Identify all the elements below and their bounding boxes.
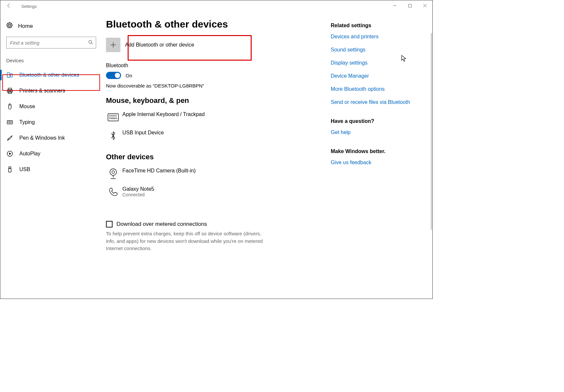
svg-rect-5 xyxy=(10,74,12,77)
svg-point-16 xyxy=(112,171,115,173)
keyboard-icon xyxy=(6,119,13,126)
link-send-receive-files[interactable]: Send or receive files via Bluetooth xyxy=(331,99,426,105)
svg-point-15 xyxy=(110,169,116,175)
aside: Related settings Devices and printers So… xyxy=(331,12,432,299)
svg-rect-10 xyxy=(7,121,12,124)
search-container xyxy=(6,37,96,49)
svg-rect-14 xyxy=(108,114,118,121)
link-display-settings[interactable]: Display settings xyxy=(331,60,426,66)
usb-icon xyxy=(6,166,13,173)
bluetooth-devices-icon xyxy=(6,71,13,79)
metered-description: To help prevent extra charges, keep this… xyxy=(106,230,263,252)
home-label: Home xyxy=(18,23,33,29)
sidebar-item-label: USB xyxy=(19,167,30,172)
discoverable-text: Now discoverable as “DESKTOP-LG8RBPN” xyxy=(106,83,321,88)
device-name: FaceTime HD Camera (Built-in) xyxy=(122,168,196,174)
sidebar-item-mouse[interactable]: Mouse xyxy=(0,99,102,114)
sidebar-item-printers[interactable]: Printers & scanners xyxy=(0,83,102,99)
feedback-heading: Make Windows better. xyxy=(331,148,426,154)
sidebar-home[interactable]: Home xyxy=(0,20,102,37)
page-title: Bluetooth & other devices xyxy=(106,19,321,30)
device-row[interactable]: Apple Internal Keyboard / Trackpad xyxy=(106,108,321,127)
keyboard-device-icon xyxy=(106,111,120,123)
bluetooth-toggle[interactable] xyxy=(106,72,121,79)
bluetooth-toggle-row: On xyxy=(106,72,321,79)
sidebar-item-label: Typing xyxy=(19,119,35,125)
bluetooth-section-label: Bluetooth xyxy=(106,63,321,69)
scrollbar[interactable] xyxy=(431,33,432,230)
sidebar: Home Devices Bluetooth & other devices P… xyxy=(0,12,102,299)
link-devices-printers[interactable]: Devices and printers xyxy=(331,34,426,40)
link-get-help[interactable]: Get help xyxy=(331,129,426,135)
phone-icon xyxy=(106,186,120,198)
sidebar-section-label: Devices xyxy=(0,58,102,67)
metered-checkbox-row: Download over metered connections xyxy=(106,221,321,227)
link-sound-settings[interactable]: Sound settings xyxy=(331,47,426,53)
metered-label: Download over metered connections xyxy=(116,221,207,227)
autoplay-icon xyxy=(6,150,13,157)
sidebar-item-label: Mouse xyxy=(19,104,35,109)
camera-icon xyxy=(106,168,120,180)
close-button[interactable] xyxy=(417,0,432,11)
other-devices-heading: Other devices xyxy=(106,153,321,161)
sidebar-item-pen[interactable]: Pen & Windows Ink xyxy=(0,130,102,146)
titlebar: Settings xyxy=(0,0,432,12)
sidebar-item-label: AutoPlay xyxy=(19,151,40,157)
mouse-icon xyxy=(6,103,13,110)
device-name: Galaxy Note5 xyxy=(122,186,154,192)
sidebar-item-label: Printers & scanners xyxy=(19,88,65,94)
window-title: Settings xyxy=(21,4,37,9)
sidebar-item-label: Pen & Windows Ink xyxy=(19,135,65,141)
related-heading: Related settings xyxy=(331,23,426,29)
svg-rect-8 xyxy=(8,91,11,93)
svg-point-2 xyxy=(9,24,10,26)
sidebar-item-typing[interactable]: Typing xyxy=(0,114,102,130)
mouse-keyboard-heading: Mouse, keyboard, & pen xyxy=(106,96,321,105)
search-icon xyxy=(88,40,93,46)
link-device-manager[interactable]: Device Manager xyxy=(331,73,426,79)
home-icon xyxy=(6,22,13,30)
link-more-bluetooth[interactable]: More Bluetooth options xyxy=(331,86,426,92)
svg-rect-12 xyxy=(9,167,11,168)
svg-rect-0 xyxy=(408,4,411,7)
link-give-feedback[interactable]: Give us feedback xyxy=(331,160,426,166)
svg-rect-4 xyxy=(7,73,10,77)
device-row[interactable]: Galaxy Note5 Connected xyxy=(106,183,321,201)
minimize-button[interactable] xyxy=(387,0,402,11)
toggle-state: On xyxy=(126,73,132,78)
add-device-row[interactable]: Add Bluetooth or other device xyxy=(106,34,321,55)
sidebar-item-label: Bluetooth & other devices xyxy=(19,72,79,78)
metered-checkbox[interactable] xyxy=(106,221,113,227)
sidebar-item-bluetooth[interactable]: Bluetooth & other devices xyxy=(0,67,102,83)
device-status: Connected xyxy=(122,192,154,197)
window-controls xyxy=(387,0,432,11)
printer-icon xyxy=(6,87,13,94)
svg-rect-6 xyxy=(8,88,11,90)
device-row[interactable]: USB Input Device xyxy=(106,127,321,145)
main-content: Bluetooth & other devices Add Bluetooth … xyxy=(102,12,331,299)
add-icon xyxy=(106,38,120,52)
back-button[interactable] xyxy=(6,3,11,10)
maximize-button[interactable] xyxy=(402,0,417,11)
question-heading: Have a question? xyxy=(331,118,426,124)
device-name: Apple Internal Keyboard / Trackpad xyxy=(122,111,205,117)
pen-icon xyxy=(6,134,13,142)
sidebar-item-usb[interactable]: USB xyxy=(0,162,102,177)
svg-rect-13 xyxy=(9,168,11,172)
add-device-label: Add Bluetooth or other device xyxy=(125,42,194,48)
sidebar-item-autoplay[interactable]: AutoPlay xyxy=(0,146,102,162)
bluetooth-icon xyxy=(106,130,120,142)
search-input[interactable] xyxy=(6,37,96,49)
device-row[interactable]: FaceTime HD Camera (Built-in) xyxy=(106,165,321,183)
device-name: USB Input Device xyxy=(122,130,164,136)
